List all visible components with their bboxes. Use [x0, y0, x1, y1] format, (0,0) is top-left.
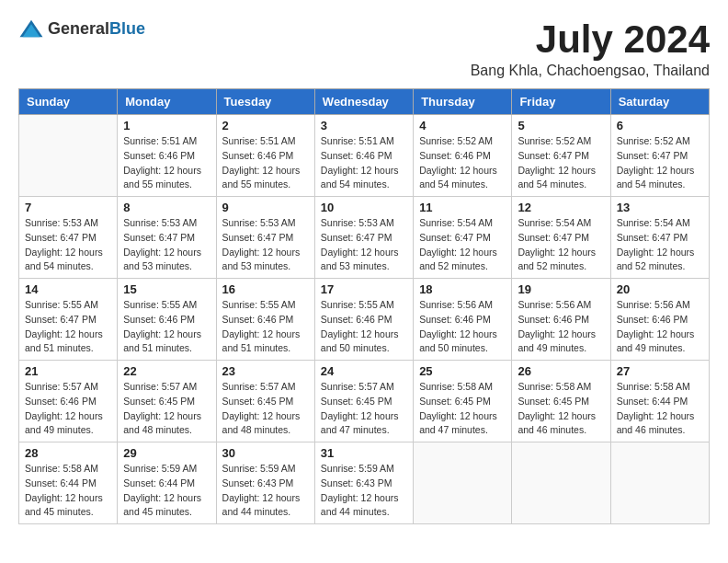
day-info: Sunrise: 5:54 AMSunset: 6:47 PMDaylight:… — [617, 216, 703, 274]
logo: GeneralBlue — [18, 18, 145, 39]
weekday-header-friday: Friday — [512, 89, 610, 115]
calendar-cell: 31Sunrise: 5:59 AMSunset: 6:43 PMDayligh… — [314, 442, 413, 524]
day-info: Sunrise: 5:59 AMSunset: 6:43 PMDaylight:… — [222, 462, 309, 520]
logo-icon — [18, 18, 44, 39]
calendar-cell: 6Sunrise: 5:52 AMSunset: 6:47 PMDaylight… — [610, 115, 709, 197]
day-number: 15 — [123, 282, 210, 296]
day-number: 10 — [321, 201, 407, 214]
day-info: Sunrise: 5:58 AMSunset: 6:44 PMDaylight:… — [25, 462, 111, 520]
calendar-cell: 26Sunrise: 5:58 AMSunset: 6:45 PMDayligh… — [512, 361, 610, 442]
calendar-cell: 16Sunrise: 5:55 AMSunset: 6:46 PMDayligh… — [216, 279, 314, 361]
calendar-cell: 29Sunrise: 5:59 AMSunset: 6:44 PMDayligh… — [118, 442, 216, 524]
title-block: July 2024 Bang Khla, Chachoengsao, Thail… — [471, 18, 710, 79]
calendar-cell: 4Sunrise: 5:52 AMSunset: 6:46 PMDaylight… — [414, 115, 512, 197]
day-info: Sunrise: 5:56 AMSunset: 6:46 PMDaylight:… — [617, 298, 703, 356]
calendar-cell: 13Sunrise: 5:54 AMSunset: 6:47 PMDayligh… — [610, 197, 709, 279]
logo-blue: Blue — [109, 19, 145, 38]
calendar-cell: 10Sunrise: 5:53 AMSunset: 6:47 PMDayligh… — [314, 197, 413, 279]
calendar-cell: 15Sunrise: 5:55 AMSunset: 6:46 PMDayligh… — [118, 279, 216, 361]
calendar-cell: 3Sunrise: 5:51 AMSunset: 6:46 PMDaylight… — [314, 115, 413, 197]
calendar-week-row: 28Sunrise: 5:58 AMSunset: 6:44 PMDayligh… — [19, 442, 710, 524]
calendar-table: SundayMondayTuesdayWednesdayThursdayFrid… — [18, 88, 710, 524]
calendar-cell: 28Sunrise: 5:58 AMSunset: 6:44 PMDayligh… — [19, 442, 118, 524]
day-info: Sunrise: 5:53 AMSunset: 6:47 PMDaylight:… — [321, 216, 407, 274]
calendar-cell: 27Sunrise: 5:58 AMSunset: 6:44 PMDayligh… — [610, 361, 709, 442]
weekday-header-monday: Monday — [118, 89, 216, 115]
calendar-cell: 18Sunrise: 5:56 AMSunset: 6:46 PMDayligh… — [414, 279, 512, 361]
day-info: Sunrise: 5:52 AMSunset: 6:47 PMDaylight:… — [617, 134, 703, 192]
calendar-cell: 21Sunrise: 5:57 AMSunset: 6:46 PMDayligh… — [19, 361, 118, 442]
day-number: 17 — [321, 282, 407, 296]
day-info: Sunrise: 5:58 AMSunset: 6:44 PMDaylight:… — [617, 380, 703, 438]
day-info: Sunrise: 5:52 AMSunset: 6:47 PMDaylight:… — [518, 134, 604, 192]
day-number: 8 — [123, 201, 210, 214]
day-number: 25 — [419, 364, 506, 378]
day-number: 7 — [25, 201, 111, 214]
calendar-cell: 17Sunrise: 5:55 AMSunset: 6:46 PMDayligh… — [314, 279, 413, 361]
calendar-cell: 5Sunrise: 5:52 AMSunset: 6:47 PMDaylight… — [512, 115, 610, 197]
day-number: 23 — [222, 364, 309, 378]
day-info: Sunrise: 5:57 AMSunset: 6:45 PMDaylight:… — [321, 380, 407, 438]
calendar-cell — [610, 442, 709, 524]
day-number: 14 — [25, 282, 111, 296]
day-number: 11 — [419, 201, 506, 214]
day-number: 3 — [321, 119, 407, 132]
day-info: Sunrise: 5:55 AMSunset: 6:46 PMDaylight:… — [123, 298, 210, 356]
calendar-cell: 22Sunrise: 5:57 AMSunset: 6:45 PMDayligh… — [118, 361, 216, 442]
day-number: 20 — [617, 282, 703, 296]
day-info: Sunrise: 5:55 AMSunset: 6:46 PMDaylight:… — [321, 298, 407, 356]
day-info: Sunrise: 5:59 AMSunset: 6:44 PMDaylight:… — [123, 462, 210, 520]
day-info: Sunrise: 5:51 AMSunset: 6:46 PMDaylight:… — [321, 134, 407, 192]
day-info: Sunrise: 5:55 AMSunset: 6:46 PMDaylight:… — [222, 298, 309, 356]
weekday-header-thursday: Thursday — [414, 89, 512, 115]
day-number: 18 — [419, 282, 506, 296]
day-info: Sunrise: 5:58 AMSunset: 6:45 PMDaylight:… — [419, 380, 506, 438]
day-info: Sunrise: 5:54 AMSunset: 6:47 PMDaylight:… — [518, 216, 604, 274]
day-number: 29 — [123, 446, 210, 460]
weekday-header-sunday: Sunday — [19, 89, 118, 115]
day-info: Sunrise: 5:53 AMSunset: 6:47 PMDaylight:… — [222, 216, 309, 274]
calendar-cell — [414, 442, 512, 524]
day-info: Sunrise: 5:56 AMSunset: 6:46 PMDaylight:… — [419, 298, 506, 356]
day-number: 1 — [123, 119, 210, 132]
weekday-header-wednesday: Wednesday — [314, 89, 413, 115]
day-info: Sunrise: 5:56 AMSunset: 6:46 PMDaylight:… — [518, 298, 604, 356]
calendar-cell: 14Sunrise: 5:55 AMSunset: 6:47 PMDayligh… — [19, 279, 118, 361]
day-number: 22 — [123, 364, 210, 378]
calendar-cell — [512, 442, 610, 524]
day-info: Sunrise: 5:55 AMSunset: 6:47 PMDaylight:… — [25, 298, 111, 356]
day-number: 26 — [518, 364, 604, 378]
calendar-cell: 23Sunrise: 5:57 AMSunset: 6:45 PMDayligh… — [216, 361, 314, 442]
day-number: 27 — [617, 364, 703, 378]
day-number: 5 — [518, 119, 604, 132]
weekday-header-saturday: Saturday — [610, 89, 709, 115]
calendar-cell: 11Sunrise: 5:54 AMSunset: 6:47 PMDayligh… — [414, 197, 512, 279]
calendar-cell: 9Sunrise: 5:53 AMSunset: 6:47 PMDaylight… — [216, 197, 314, 279]
day-number: 21 — [25, 364, 111, 378]
day-info: Sunrise: 5:52 AMSunset: 6:46 PMDaylight:… — [419, 134, 506, 192]
calendar-week-row: 7Sunrise: 5:53 AMSunset: 6:47 PMDaylight… — [19, 197, 710, 279]
day-info: Sunrise: 5:54 AMSunset: 6:47 PMDaylight:… — [419, 216, 506, 274]
day-number: 13 — [617, 201, 703, 214]
day-number: 16 — [222, 282, 309, 296]
calendar-cell: 25Sunrise: 5:58 AMSunset: 6:45 PMDayligh… — [414, 361, 512, 442]
day-info: Sunrise: 5:57 AMSunset: 6:45 PMDaylight:… — [123, 380, 210, 438]
day-number: 19 — [518, 282, 604, 296]
day-number: 30 — [222, 446, 309, 460]
day-number: 9 — [222, 201, 309, 214]
calendar-cell: 30Sunrise: 5:59 AMSunset: 6:43 PMDayligh… — [216, 442, 314, 524]
calendar-cell: 7Sunrise: 5:53 AMSunset: 6:47 PMDaylight… — [19, 197, 118, 279]
location-title: Bang Khla, Chachoengsao, Thailand — [471, 63, 710, 79]
calendar-cell: 2Sunrise: 5:51 AMSunset: 6:46 PMDaylight… — [216, 115, 314, 197]
day-info: Sunrise: 5:51 AMSunset: 6:46 PMDaylight:… — [222, 134, 309, 192]
day-number: 31 — [321, 446, 407, 460]
calendar-cell: 1Sunrise: 5:51 AMSunset: 6:46 PMDaylight… — [118, 115, 216, 197]
day-info: Sunrise: 5:51 AMSunset: 6:46 PMDaylight:… — [123, 134, 210, 192]
day-info: Sunrise: 5:53 AMSunset: 6:47 PMDaylight:… — [25, 216, 111, 274]
day-number: 24 — [321, 364, 407, 378]
weekday-header-tuesday: Tuesday — [216, 89, 314, 115]
day-info: Sunrise: 5:59 AMSunset: 6:43 PMDaylight:… — [321, 462, 407, 520]
day-info: Sunrise: 5:58 AMSunset: 6:45 PMDaylight:… — [518, 380, 604, 438]
weekday-header-row: SundayMondayTuesdayWednesdayThursdayFrid… — [19, 89, 710, 115]
day-number: 12 — [518, 201, 604, 214]
